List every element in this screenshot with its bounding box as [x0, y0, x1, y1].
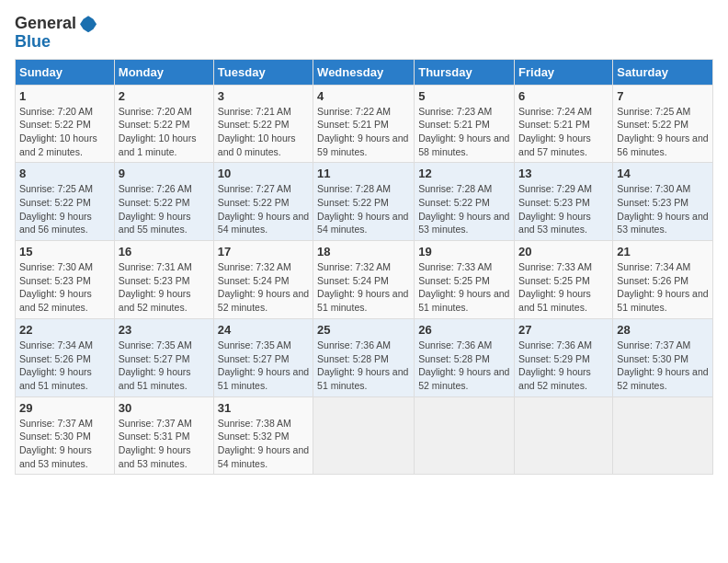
day-info: Sunrise: 7:25 AMSunset: 5:22 PMDaylight:…: [617, 105, 709, 159]
day-number: 18: [317, 245, 410, 259]
day-info: Sunrise: 7:35 AMSunset: 5:27 PMDaylight:…: [218, 339, 309, 393]
header-friday: Friday: [515, 59, 613, 85]
day-number: 11: [317, 167, 410, 180]
header-sunday: Sunday: [16, 59, 115, 85]
calendar-cell: 15Sunrise: 7:30 AMSunset: 5:23 PMDayligh…: [16, 241, 115, 319]
day-number: 16: [119, 245, 210, 259]
calendar-cell: 8Sunrise: 7:25 AMSunset: 5:22 PMDaylight…: [16, 163, 115, 241]
day-info: Sunrise: 7:22 AMSunset: 5:21 PMDaylight:…: [317, 105, 410, 159]
day-number: 6: [518, 89, 609, 103]
day-number: 15: [19, 245, 110, 259]
day-info: Sunrise: 7:33 AMSunset: 5:25 PMDaylight:…: [418, 260, 510, 315]
day-info: Sunrise: 7:20 AMSunset: 5:22 PMDaylight:…: [119, 105, 210, 159]
day-number: 25: [317, 323, 410, 337]
calendar-cell: [313, 396, 415, 475]
day-info: Sunrise: 7:25 AMSunset: 5:22 PMDaylight:…: [19, 182, 110, 236]
calendar-cell: [415, 396, 515, 475]
day-info: Sunrise: 7:30 AMSunset: 5:23 PMDaylight:…: [617, 182, 709, 236]
calendar-cell: 3Sunrise: 7:21 AMSunset: 5:22 PMDaylight…: [213, 85, 313, 163]
day-number: 19: [418, 245, 510, 259]
day-number: 21: [617, 245, 709, 259]
header-monday: Monday: [114, 59, 213, 85]
calendar-cell: 23Sunrise: 7:35 AMSunset: 5:27 PMDayligh…: [114, 318, 213, 396]
calendar-cell: 16Sunrise: 7:31 AMSunset: 5:23 PMDayligh…: [114, 241, 213, 319]
day-info: Sunrise: 7:34 AMSunset: 5:26 PMDaylight:…: [617, 260, 709, 315]
calendar-cell: [515, 396, 613, 475]
calendar-cell: 31Sunrise: 7:38 AMSunset: 5:32 PMDayligh…: [213, 396, 313, 475]
day-number: 8: [19, 167, 110, 180]
page-header: General Blue: [15, 15, 713, 52]
day-info: Sunrise: 7:28 AMSunset: 5:22 PMDaylight:…: [418, 182, 510, 236]
calendar-header-row: SundayMondayTuesdayWednesdayThursdayFrid…: [16, 59, 713, 85]
logo-blue-text: Blue: [15, 33, 97, 52]
day-info: Sunrise: 7:21 AMSunset: 5:22 PMDaylight:…: [218, 105, 309, 159]
day-number: 3: [218, 89, 309, 103]
calendar-cell: 26Sunrise: 7:36 AMSunset: 5:28 PMDayligh…: [415, 318, 515, 396]
day-number: 27: [518, 323, 609, 337]
day-info: Sunrise: 7:26 AMSunset: 5:22 PMDaylight:…: [119, 182, 210, 236]
day-info: Sunrise: 7:31 AMSunset: 5:23 PMDaylight:…: [119, 260, 210, 315]
calendar-week-3: 15Sunrise: 7:30 AMSunset: 5:23 PMDayligh…: [16, 241, 713, 319]
calendar-cell: 21Sunrise: 7:34 AMSunset: 5:26 PMDayligh…: [613, 241, 713, 319]
day-number: 24: [218, 323, 309, 337]
day-number: 5: [418, 89, 510, 103]
calendar-cell: 22Sunrise: 7:34 AMSunset: 5:26 PMDayligh…: [16, 318, 115, 396]
day-number: 7: [617, 89, 709, 103]
day-info: Sunrise: 7:29 AMSunset: 5:23 PMDaylight:…: [518, 182, 609, 236]
day-info: Sunrise: 7:28 AMSunset: 5:22 PMDaylight:…: [317, 182, 410, 236]
day-number: 31: [218, 401, 309, 415]
day-number: 22: [19, 323, 110, 337]
calendar-cell: 30Sunrise: 7:37 AMSunset: 5:31 PMDayligh…: [114, 396, 213, 475]
calendar-cell: 4Sunrise: 7:22 AMSunset: 5:21 PMDaylight…: [313, 85, 415, 163]
calendar-week-5: 29Sunrise: 7:37 AMSunset: 5:30 PMDayligh…: [16, 396, 713, 475]
day-info: Sunrise: 7:35 AMSunset: 5:27 PMDaylight:…: [119, 339, 210, 393]
calendar-cell: 27Sunrise: 7:36 AMSunset: 5:29 PMDayligh…: [515, 318, 613, 396]
day-number: 29: [19, 401, 110, 415]
day-info: Sunrise: 7:33 AMSunset: 5:25 PMDaylight:…: [518, 260, 609, 315]
day-info: Sunrise: 7:32 AMSunset: 5:24 PMDaylight:…: [218, 260, 309, 315]
calendar-cell: 10Sunrise: 7:27 AMSunset: 5:22 PMDayligh…: [213, 163, 313, 241]
day-info: Sunrise: 7:37 AMSunset: 5:30 PMDaylight:…: [617, 339, 709, 393]
calendar-cell: 7Sunrise: 7:25 AMSunset: 5:22 PMDaylight…: [613, 85, 713, 163]
calendar-cell: 29Sunrise: 7:37 AMSunset: 5:30 PMDayligh…: [16, 396, 115, 475]
calendar-week-2: 8Sunrise: 7:25 AMSunset: 5:22 PMDaylight…: [16, 163, 713, 241]
day-number: 14: [617, 167, 709, 180]
day-number: 26: [418, 323, 510, 337]
day-number: 13: [518, 167, 609, 180]
calendar-cell: 2Sunrise: 7:20 AMSunset: 5:22 PMDaylight…: [114, 85, 213, 163]
day-number: 1: [19, 89, 110, 103]
day-info: Sunrise: 7:36 AMSunset: 5:28 PMDaylight:…: [418, 339, 510, 393]
calendar-cell: 25Sunrise: 7:36 AMSunset: 5:28 PMDayligh…: [313, 318, 415, 396]
calendar-cell: 1Sunrise: 7:20 AMSunset: 5:22 PMDaylight…: [16, 85, 115, 163]
day-info: Sunrise: 7:38 AMSunset: 5:32 PMDaylight:…: [218, 417, 309, 471]
calendar-cell: 11Sunrise: 7:28 AMSunset: 5:22 PMDayligh…: [313, 163, 415, 241]
day-number: 2: [119, 89, 210, 103]
calendar-cell: 5Sunrise: 7:23 AMSunset: 5:21 PMDaylight…: [415, 85, 515, 163]
day-info: Sunrise: 7:37 AMSunset: 5:31 PMDaylight:…: [119, 417, 210, 471]
day-number: 4: [317, 89, 410, 103]
day-info: Sunrise: 7:23 AMSunset: 5:21 PMDaylight:…: [418, 105, 510, 159]
day-info: Sunrise: 7:24 AMSunset: 5:21 PMDaylight:…: [518, 105, 609, 159]
calendar-cell: 20Sunrise: 7:33 AMSunset: 5:25 PMDayligh…: [515, 241, 613, 319]
calendar-week-4: 22Sunrise: 7:34 AMSunset: 5:26 PMDayligh…: [16, 318, 713, 396]
day-number: 17: [218, 245, 309, 259]
calendar-cell: 6Sunrise: 7:24 AMSunset: 5:21 PMDaylight…: [515, 85, 613, 163]
day-info: Sunrise: 7:36 AMSunset: 5:28 PMDaylight:…: [317, 339, 410, 393]
day-info: Sunrise: 7:34 AMSunset: 5:26 PMDaylight:…: [19, 339, 110, 393]
calendar-cell: 9Sunrise: 7:26 AMSunset: 5:22 PMDaylight…: [114, 163, 213, 241]
day-info: Sunrise: 7:20 AMSunset: 5:22 PMDaylight:…: [19, 105, 110, 159]
day-number: 30: [119, 401, 210, 415]
calendar-cell: 19Sunrise: 7:33 AMSunset: 5:25 PMDayligh…: [415, 241, 515, 319]
calendar-cell: 18Sunrise: 7:32 AMSunset: 5:24 PMDayligh…: [313, 241, 415, 319]
logo-general-text: General: [15, 15, 97, 33]
day-number: 12: [418, 167, 510, 180]
calendar-cell: 24Sunrise: 7:35 AMSunset: 5:27 PMDayligh…: [213, 318, 313, 396]
calendar-table: SundayMondayTuesdayWednesdayThursdayFrid…: [15, 59, 713, 476]
day-info: Sunrise: 7:32 AMSunset: 5:24 PMDaylight:…: [317, 260, 410, 315]
header-wednesday: Wednesday: [313, 59, 415, 85]
calendar-cell: 28Sunrise: 7:37 AMSunset: 5:30 PMDayligh…: [613, 318, 713, 396]
calendar-cell: 14Sunrise: 7:30 AMSunset: 5:23 PMDayligh…: [613, 163, 713, 241]
calendar-cell: 13Sunrise: 7:29 AMSunset: 5:23 PMDayligh…: [515, 163, 613, 241]
header-saturday: Saturday: [613, 59, 713, 85]
calendar-week-1: 1Sunrise: 7:20 AMSunset: 5:22 PMDaylight…: [16, 85, 713, 163]
